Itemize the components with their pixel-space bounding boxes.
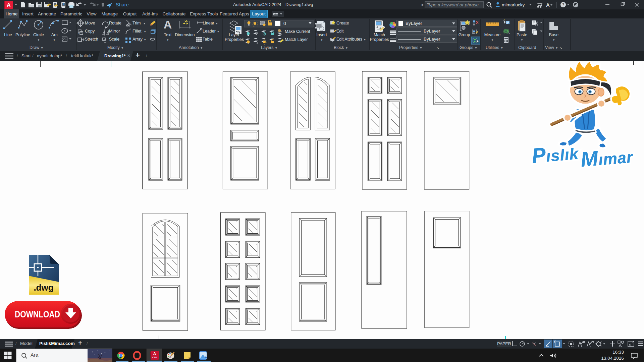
svg-text:0: 0 xyxy=(283,21,286,26)
svg-text:A: A xyxy=(7,2,11,8)
svg-text:Pıslık: Pıslık xyxy=(531,140,580,167)
svg-text:A: A xyxy=(546,2,550,8)
svg-text:?: ? xyxy=(562,3,564,7)
svg-text:A: A xyxy=(153,351,156,356)
svg-text:DOWNLOAD: DOWNLOAD xyxy=(15,309,60,319)
svg-text:mimarlucky: mimarlucky xyxy=(502,2,525,7)
svg-text:A: A xyxy=(164,18,172,31)
svg-text:CAD: CAD xyxy=(152,356,157,359)
svg-text:.dwg: .dwg xyxy=(34,283,53,293)
svg-text:Mımar: Mımar xyxy=(580,143,634,171)
